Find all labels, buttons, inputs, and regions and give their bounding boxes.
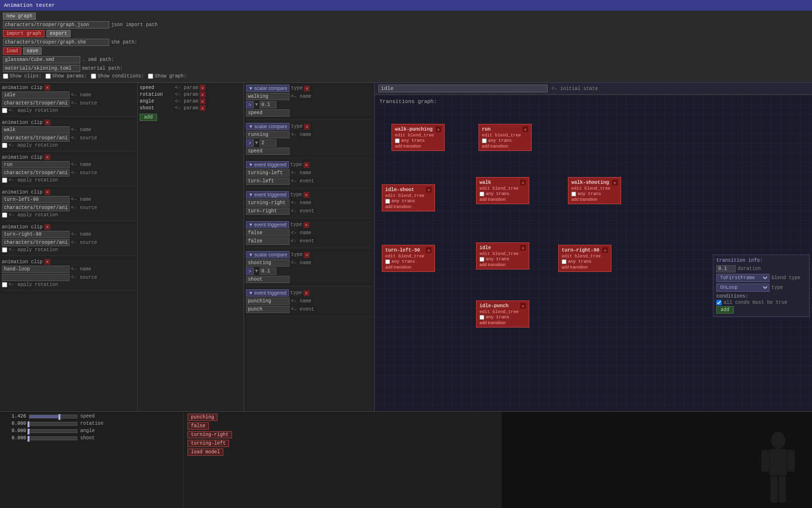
cond-type-btn-0[interactable]: ▼ scalar compare	[246, 85, 290, 92]
cond-compare-btn-5[interactable]: >	[246, 268, 254, 275]
json-path-input[interactable]	[3, 21, 109, 29]
export-button[interactable]: export	[46, 30, 71, 37]
cond-param-input-5[interactable]	[246, 276, 290, 283]
node-addtrans-btn-turn-right-90[interactable]: add transition	[562, 265, 588, 269]
clip-source-input-0[interactable]	[2, 100, 70, 107]
cond-x-btn-1[interactable]: x	[304, 124, 310, 130]
node-x-btn-walk-shooting[interactable]: x	[612, 179, 618, 185]
state-node-walk[interactable]: walk x edit blend_tree any trans add tra…	[476, 177, 529, 204]
node-x-btn-idle[interactable]: x	[520, 245, 526, 251]
node-x-btn-walk[interactable]: x	[520, 179, 526, 185]
node-link-turn-left-90[interactable]: edit blend_tree	[385, 254, 432, 259]
event-btn-1[interactable]: false	[188, 422, 209, 430]
clip-name-input-2[interactable]	[2, 161, 70, 168]
event-btn-0[interactable]: punching	[188, 414, 218, 421]
node-anytrans-checkbox-run[interactable]	[482, 138, 487, 143]
cond-x-btn-0[interactable]: x	[304, 86, 310, 91]
node-addtrans-btn-walk[interactable]: add transition	[479, 197, 506, 202]
event-btn-3[interactable]: turning-left	[188, 440, 229, 447]
node-x-btn-turn-left-90[interactable]: x	[426, 247, 432, 253]
cond-event-input-4[interactable]	[246, 238, 290, 245]
slider-bar-3[interactable]	[29, 436, 77, 440]
clip-rotation-checkbox-0[interactable]	[2, 108, 7, 113]
state-node-turn-left-90[interactable]: turn-left-90 x edit blend_tree any trans…	[382, 245, 435, 272]
slider-bar-1[interactable]	[29, 422, 77, 426]
cond-x-btn-5[interactable]: x	[304, 252, 310, 258]
clip-source-input-2[interactable]	[2, 169, 70, 177]
node-anytrans-checkbox-turn-left-90[interactable]	[385, 259, 390, 264]
node-anytrans-checkbox-idle[interactable]	[479, 257, 484, 262]
node-x-btn-turn-right-90[interactable]: x	[602, 247, 608, 253]
cond-type-btn-1[interactable]: ▼ scalar compare	[246, 123, 290, 130]
clip-x-button-1[interactable]: x	[44, 120, 50, 125]
cond-type-btn-3[interactable]: ▼ event triggered	[246, 191, 289, 198]
save-button[interactable]: save	[23, 47, 42, 55]
clip-x-button-0[interactable]: x	[44, 85, 50, 90]
clip-name-input-3[interactable]	[2, 196, 70, 203]
graph-canvas[interactable]: Transitions graph:	[375, 95, 812, 410]
clip-source-input-4[interactable]	[2, 239, 70, 246]
cond-name-input-3[interactable]	[246, 199, 290, 207]
cond-name-input-4[interactable]	[246, 229, 290, 237]
event-btn-2[interactable]: turning-right	[188, 431, 232, 438]
state-node-idle[interactable]: idle x edit blend_tree any trans add tra…	[476, 242, 529, 269]
node-anytrans-checkbox-idle-shoot[interactable]	[385, 199, 390, 204]
cond-name-input-6[interactable]	[246, 298, 290, 305]
node-link-idle[interactable]: edit blend_tree	[479, 252, 526, 256]
clip-name-input-0[interactable]	[2, 91, 70, 99]
state-node-turn-right-90[interactable]: turn-right-90 x edit blend_tree any tran…	[558, 245, 611, 272]
node-link-idle-punch[interactable]: edit blend_tree	[479, 310, 526, 314]
param-x-button-3[interactable]: x	[200, 105, 205, 111]
node-addtrans-btn-walk-shooting[interactable]: add transition	[571, 197, 597, 202]
node-link-walk[interactable]: edit blend_tree	[479, 186, 526, 191]
node-anytrans-checkbox-idle-punch[interactable]	[479, 315, 484, 320]
cond-event-input-6[interactable]	[246, 306, 290, 313]
cond-type-btn-4[interactable]: ▼ event triggered	[246, 221, 289, 228]
show-conditions-checkbox[interactable]	[91, 74, 96, 79]
cond-name-input-2[interactable]	[246, 169, 290, 177]
node-link-walk-punching[interactable]: edit blend_tree	[395, 133, 441, 138]
trans-all-conds-checkbox[interactable]	[716, 300, 722, 305]
cond-name-input-0[interactable]	[246, 93, 290, 100]
add-param-button[interactable]: add	[140, 114, 157, 121]
state-node-idle-punch[interactable]: idle-punch x edit blend_tree any trans a…	[476, 300, 529, 328]
import-graph-button[interactable]: import graph	[3, 30, 44, 37]
load-button[interactable]: load	[3, 47, 21, 55]
cond-x-btn-4[interactable]: x	[304, 222, 309, 228]
node-x-btn-idle-shoot[interactable]: x	[426, 187, 432, 193]
show-clips-checkbox[interactable]	[3, 74, 8, 79]
cond-value-input-5[interactable]	[260, 268, 276, 275]
state-node-walk-punching[interactable]: walk-punching x edit blend_tree any tran…	[392, 124, 445, 151]
node-addtrans-btn-idle-punch[interactable]: add transition	[479, 320, 506, 325]
node-link-run[interactable]: edit blend_tree	[482, 133, 528, 138]
trans-type-dropdown[interactable]: OnLoop	[716, 284, 769, 292]
clip-name-input-1[interactable]	[2, 126, 70, 134]
node-link-turn-right-90[interactable]: edit blend_tree	[562, 254, 608, 259]
node-link-walk-shooting[interactable]: edit blend_tree	[571, 186, 618, 191]
param-x-button-2[interactable]: x	[200, 98, 205, 104]
node-x-btn-walk-punching[interactable]: x	[435, 126, 441, 132]
clip-source-input-3[interactable]	[2, 204, 70, 211]
show-graph-checkbox[interactable]	[148, 74, 153, 79]
cond-value-input-0[interactable]	[260, 101, 276, 108]
cond-param-input-1[interactable]	[246, 148, 290, 155]
node-anytrans-checkbox-walk-shooting[interactable]	[571, 192, 576, 196]
new-graph-button[interactable]: new graph	[3, 13, 36, 20]
cond-value-input-1[interactable]	[260, 139, 276, 147]
clip-rotation-checkbox-3[interactable]	[2, 212, 7, 218]
node-x-btn-idle-punch[interactable]: x	[520, 303, 526, 309]
node-anytrans-checkbox-walk-punching[interactable]	[395, 138, 400, 143]
graph-title-input[interactable]	[378, 85, 548, 92]
param-x-button-1[interactable]: x	[200, 91, 205, 97]
clip-x-button-3[interactable]: x	[44, 189, 50, 195]
clip-rotation-checkbox-1[interactable]	[2, 143, 7, 148]
show-params-checkbox[interactable]	[45, 74, 51, 79]
cond-x-btn-2[interactable]: x	[304, 162, 309, 168]
node-addtrans-btn-run[interactable]: add transition	[482, 144, 508, 149]
node-addtrans-btn-walk-punching[interactable]: add transition	[395, 144, 421, 149]
trans-blend-dropdown[interactable]: ToFirstFrame	[716, 274, 769, 282]
cond-event-input-2[interactable]	[246, 178, 290, 185]
state-node-walk-shooting[interactable]: walk-shooting x edit blend_tree any tran…	[568, 177, 621, 204]
slider-bar-2[interactable]	[29, 429, 77, 433]
node-anytrans-checkbox-turn-right-90[interactable]	[562, 259, 566, 264]
